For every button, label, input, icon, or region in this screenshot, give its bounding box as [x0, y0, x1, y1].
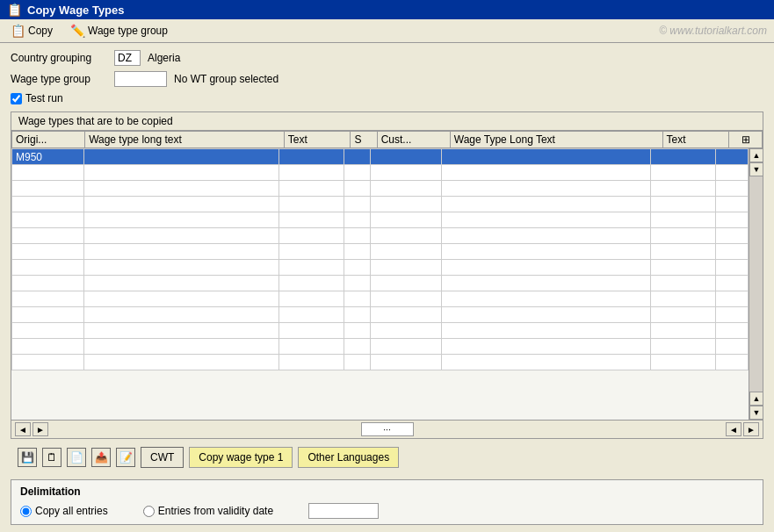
cell-text[interactable]: [279, 307, 344, 323]
cell-wt_long[interactable]: [442, 260, 650, 276]
scroll-up-btn-bottom[interactable]: ▲: [749, 392, 763, 406]
cell-wt_long[interactable]: [442, 212, 650, 228]
cell-cfg[interactable]: [715, 339, 748, 355]
cell-s[interactable]: [344, 165, 371, 181]
table-row[interactable]: [12, 307, 749, 323]
cell-cfg[interactable]: [715, 228, 748, 244]
cell-text[interactable]: [279, 228, 344, 244]
cell-cust[interactable]: [370, 307, 442, 323]
cell-wt_long[interactable]: [442, 291, 650, 307]
cell-cfg[interactable]: [715, 149, 748, 165]
cell-text2[interactable]: [650, 323, 715, 339]
cell-s[interactable]: [344, 260, 371, 276]
cell-long_text[interactable]: [83, 181, 278, 197]
cell-orig[interactable]: [12, 228, 84, 244]
cell-long_text[interactable]: [83, 212, 278, 228]
cell-wt_long[interactable]: [442, 355, 650, 370]
table-row[interactable]: [12, 355, 749, 370]
cell-s[interactable]: [344, 197, 371, 212]
table-row[interactable]: [12, 228, 749, 244]
table-row[interactable]: [12, 212, 749, 228]
cell-orig[interactable]: [12, 323, 84, 339]
cell-wt_long[interactable]: [442, 181, 650, 197]
cell-text2[interactable]: [650, 165, 715, 181]
cell-cust[interactable]: [370, 291, 442, 307]
copy-all-option[interactable]: Copy all entries: [20, 505, 108, 517]
cell-orig[interactable]: M950: [12, 149, 84, 165]
cell-text2[interactable]: [650, 355, 715, 370]
cell-long_text[interactable]: [83, 228, 278, 244]
cell-cfg[interactable]: [715, 260, 748, 276]
cell-text2[interactable]: [650, 339, 715, 355]
cell-cfg[interactable]: [715, 355, 748, 370]
cell-cust[interactable]: [370, 212, 442, 228]
cell-text2[interactable]: [650, 307, 715, 323]
cell-orig[interactable]: [12, 260, 84, 276]
cell-wt_long[interactable]: [442, 197, 650, 212]
cell-long_text[interactable]: [83, 307, 278, 323]
cell-text[interactable]: [279, 212, 344, 228]
table-row[interactable]: [12, 165, 749, 181]
cell-wt_long[interactable]: [442, 149, 650, 165]
cell-long_text[interactable]: [83, 260, 278, 276]
other-languages-button[interactable]: Other Languages: [298, 447, 399, 468]
country-code-input[interactable]: [114, 50, 141, 66]
scroll-up-btn[interactable]: ▲: [749, 148, 763, 162]
edit-table-btn[interactable]: 📝: [116, 448, 135, 467]
cell-s[interactable]: [344, 355, 371, 370]
cell-orig[interactable]: [12, 355, 84, 370]
entries-validity-option[interactable]: Entries from validity date: [143, 505, 273, 517]
cell-long_text[interactable]: [83, 323, 278, 339]
cell-orig[interactable]: [12, 212, 84, 228]
table-row[interactable]: [12, 197, 749, 212]
cell-wt_long[interactable]: [442, 276, 650, 291]
table-row[interactable]: [12, 276, 749, 291]
cell-wt_long[interactable]: [442, 228, 650, 244]
scroll-down-btn-top[interactable]: ▼: [749, 162, 763, 176]
cell-long_text[interactable]: [83, 291, 278, 307]
entries-validity-radio[interactable]: [143, 506, 155, 517]
cell-text[interactable]: [279, 197, 344, 212]
table-row[interactable]: [12, 181, 749, 197]
cell-cfg[interactable]: [715, 181, 748, 197]
cell-wt_long[interactable]: [442, 244, 650, 260]
cell-s[interactable]: [344, 228, 371, 244]
copy-toolbar-btn[interactable]: 📋 Copy: [7, 22, 56, 40]
cell-text[interactable]: [279, 355, 344, 370]
cell-text2[interactable]: [650, 291, 715, 307]
cell-text2[interactable]: [650, 244, 715, 260]
cell-text2[interactable]: [650, 260, 715, 276]
cell-text[interactable]: [279, 276, 344, 291]
cell-cfg[interactable]: [715, 165, 748, 181]
cell-long_text[interactable]: [83, 149, 278, 165]
cell-text[interactable]: [279, 165, 344, 181]
cell-cfg[interactable]: [715, 244, 748, 260]
cell-text2[interactable]: [650, 228, 715, 244]
cell-text[interactable]: [279, 260, 344, 276]
cell-cust[interactable]: [370, 323, 442, 339]
cell-cfg[interactable]: [715, 212, 748, 228]
cell-s[interactable]: [344, 244, 371, 260]
cell-long_text[interactable]: [83, 339, 278, 355]
save4-btn[interactable]: 📤: [91, 448, 111, 467]
cell-orig[interactable]: [12, 291, 84, 307]
cell-orig[interactable]: [12, 276, 84, 291]
test-run-checkbox[interactable]: [11, 93, 22, 104]
cell-long_text[interactable]: [83, 276, 278, 291]
cell-long_text[interactable]: [83, 355, 278, 370]
cell-cust[interactable]: [370, 244, 442, 260]
copy-wage-type-button[interactable]: Copy wage type 1: [189, 447, 293, 468]
cell-cust[interactable]: [370, 197, 442, 212]
cell-text[interactable]: [279, 181, 344, 197]
cell-cust[interactable]: [370, 165, 442, 181]
cell-text[interactable]: [279, 323, 344, 339]
cell-long_text[interactable]: [83, 197, 278, 212]
cell-orig[interactable]: [12, 181, 84, 197]
table-row[interactable]: [12, 323, 749, 339]
nav-left-btn[interactable]: ◄: [15, 422, 31, 436]
cell-cust[interactable]: [370, 228, 442, 244]
cell-s[interactable]: [344, 181, 371, 197]
cell-text[interactable]: [279, 149, 344, 165]
cell-orig[interactable]: [12, 165, 84, 181]
cell-text2[interactable]: [650, 181, 715, 197]
